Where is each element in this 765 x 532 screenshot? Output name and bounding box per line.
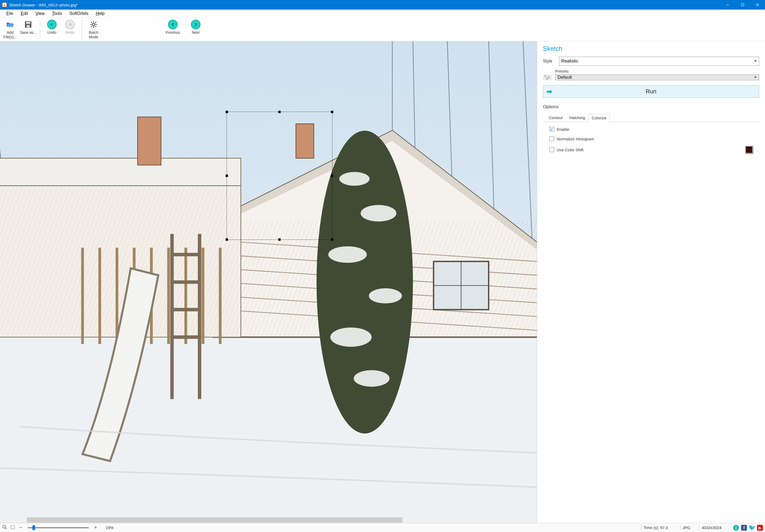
svg-text:1: 1: [3, 526, 5, 528]
svg-point-66: [369, 288, 402, 303]
svg-point-64: [361, 205, 396, 222]
tab-contour[interactable]: Contour: [546, 114, 566, 122]
selection-handle-sw[interactable]: [226, 238, 228, 241]
tab-hatching[interactable]: Hatching: [566, 114, 588, 122]
selection-handle-s[interactable]: [278, 238, 281, 241]
statusbar: 1 − + 19% Time (s): 97.3 JPG 4032x3024 i…: [0, 523, 765, 532]
titlebar: Sketch Drawer - IMG_0912~photo.jpg*: [0, 0, 765, 10]
zoom-value: 19%: [106, 525, 114, 530]
status-time: Time (s): 97.3: [643, 525, 678, 530]
chevron-down-icon: [754, 60, 757, 62]
options-heading: Options: [543, 104, 759, 110]
zoom-actual-icon[interactable]: 1: [2, 525, 7, 531]
chevron-down-icon: [754, 77, 757, 78]
scrollbar-thumb[interactable]: [27, 517, 402, 523]
svg-point-68: [354, 370, 389, 386]
presets-label: Presets: [555, 69, 759, 73]
add-files-button[interactable]: Add File(s)...: [1, 19, 19, 40]
zoom-in-button[interactable]: +: [93, 525, 98, 531]
chevron-left-icon: [168, 20, 178, 29]
maximize-button[interactable]: [735, 0, 750, 10]
minimize-button[interactable]: [720, 0, 735, 10]
status-format: JPG: [683, 525, 697, 530]
horizontal-scrollbar[interactable]: [0, 517, 537, 523]
panel-heading: Sketch: [543, 45, 759, 52]
sliders-icon: [543, 76, 552, 80]
batch-mode-button[interactable]: Batch Mode: [85, 19, 103, 40]
svg-rect-44: [138, 117, 161, 165]
zoom-out-button[interactable]: −: [18, 525, 23, 531]
next-button[interactable]: Next: [187, 19, 205, 40]
svg-rect-6: [26, 22, 30, 24]
svg-line-16: [91, 26, 92, 27]
close-button[interactable]: [750, 0, 765, 10]
gear-icon: [89, 20, 98, 29]
zoom-slider-thumb[interactable]: [32, 525, 35, 530]
menu-tools[interactable]: Tools: [48, 10, 66, 17]
redo-button: Redo: [61, 19, 79, 40]
enable-checkbox[interactable]: [549, 127, 554, 132]
svg-point-63: [339, 172, 370, 186]
enable-label: Enable: [557, 127, 569, 132]
undo-button[interactable]: Undo: [43, 19, 61, 40]
fit-screen-icon[interactable]: [10, 525, 15, 531]
selection-handle-w[interactable]: [226, 175, 228, 177]
svg-rect-2: [742, 4, 744, 6]
app-window: Sketch Drawer - IMG_0912~photo.jpg* File…: [0, 0, 765, 532]
use-color-shift-checkbox[interactable]: [549, 147, 554, 152]
menu-edit[interactable]: Edit: [17, 10, 32, 17]
svg-point-65: [329, 246, 367, 263]
menu-help[interactable]: Help: [92, 10, 108, 17]
tab-colorize[interactable]: Colorize: [588, 114, 610, 122]
svg-rect-43: [0, 186, 241, 337]
previous-button[interactable]: Previous: [164, 19, 182, 40]
main-area: Sketch Style Realistic Presets Default ➡: [0, 41, 765, 523]
selection-handle-ne[interactable]: [331, 111, 333, 113]
svg-line-15: [95, 22, 96, 23]
window-controls: [720, 0, 765, 10]
zoom-slider[interactable]: [28, 527, 89, 528]
canvas[interactable]: [0, 41, 537, 523]
svg-point-8: [92, 23, 95, 26]
svg-line-14: [95, 26, 96, 27]
svg-line-70: [5, 528, 7, 529]
menu-softorbits[interactable]: SoftOrbits: [66, 10, 92, 17]
status-dimensions: 4032x3024: [702, 525, 731, 530]
menu-file[interactable]: File: [3, 10, 17, 17]
selection-handle-n[interactable]: [278, 111, 281, 113]
arrow-left-icon: [47, 20, 57, 29]
folder-open-icon: [5, 20, 15, 29]
sketch-panel: Sketch Style Realistic Presets Default ➡: [537, 41, 765, 523]
chevron-right-icon: [191, 20, 201, 29]
app-icon: [2, 2, 7, 7]
selection-handle-e[interactable]: [331, 175, 333, 177]
style-select[interactable]: Realistic: [559, 57, 759, 66]
selection-handle-nw[interactable]: [226, 111, 228, 113]
youtube-icon[interactable]: ▶: [757, 525, 763, 531]
normalize-histogram-checkbox[interactable]: [549, 136, 554, 141]
normalize-histogram-label: Normalize Histogram: [557, 137, 594, 141]
floppy-icon: [23, 20, 33, 29]
facebook-icon[interactable]: f: [741, 525, 747, 531]
use-color-shift-label: Use Color Shift: [557, 148, 584, 152]
save-as-button[interactable]: Save as...: [19, 19, 37, 40]
style-label: Style: [543, 59, 559, 64]
run-button[interactable]: ➡ Run: [543, 85, 759, 98]
info-icon[interactable]: i: [733, 525, 739, 531]
social-links: i f 🐦 ▶: [733, 525, 763, 531]
presets-select[interactable]: Default: [555, 74, 759, 80]
menubar: File Edit View Tools SoftOrbits Help: [0, 10, 765, 18]
color-swatch[interactable]: [745, 146, 753, 154]
svg-rect-41: [0, 158, 241, 186]
toolbar: Add File(s)... Save as... Undo Redo Batc…: [0, 18, 765, 41]
window-title: Sketch Drawer - IMG_0912~photo.jpg*: [9, 3, 78, 7]
menu-view[interactable]: View: [32, 10, 48, 17]
arrow-right-icon: [65, 20, 75, 29]
svg-rect-72: [11, 526, 15, 529]
option-tabs: Contour Hatching Colorize: [543, 114, 759, 122]
arrow-right-bold-icon: ➡: [546, 88, 552, 96]
svg-line-13: [91, 22, 92, 23]
selection-rectangle[interactable]: [227, 112, 333, 240]
selection-handle-se[interactable]: [331, 238, 333, 241]
twitter-icon[interactable]: 🐦: [749, 525, 755, 531]
